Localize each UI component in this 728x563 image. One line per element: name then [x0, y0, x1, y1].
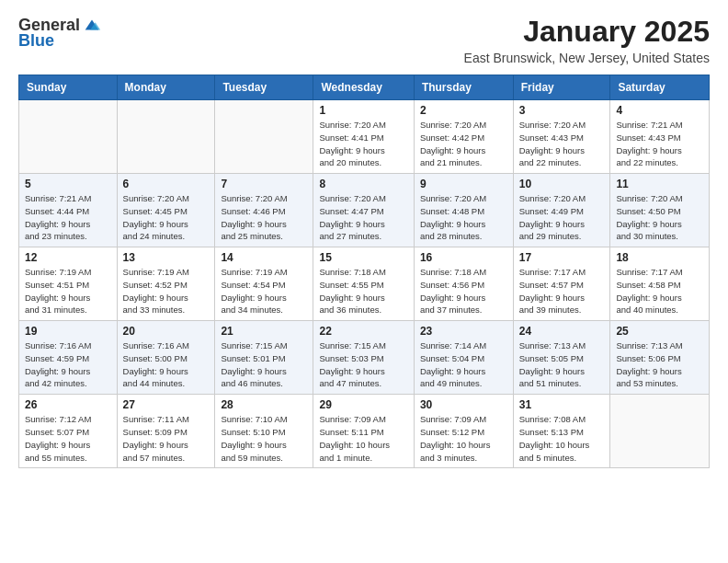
calendar-cell: 28Sunrise: 7:10 AMSunset: 5:10 PMDayligh… [215, 395, 313, 468]
day-info: Sunrise: 7:20 AMSunset: 4:43 PMDaylight:… [519, 119, 605, 169]
calendar-cell: 19Sunrise: 7:16 AMSunset: 4:59 PMDayligh… [19, 321, 118, 395]
week-row-3: 12Sunrise: 7:19 AMSunset: 4:51 PMDayligh… [19, 247, 710, 321]
day-number: 15 [319, 251, 407, 264]
calendar-cell: 10Sunrise: 7:20 AMSunset: 4:49 PMDayligh… [513, 174, 610, 247]
day-number: 19 [25, 325, 111, 338]
day-info: Sunrise: 7:15 AMSunset: 5:03 PMDaylight:… [319, 339, 407, 390]
day-info: Sunrise: 7:21 AMSunset: 4:43 PMDaylight:… [616, 119, 703, 169]
calendar-cell: 8Sunrise: 7:20 AMSunset: 4:47 PMDaylight… [313, 174, 414, 247]
day-info: Sunrise: 7:12 AMSunset: 5:07 PMDaylight:… [25, 413, 111, 464]
weekday-header-friday: Friday [513, 75, 610, 100]
day-info: Sunrise: 7:14 AMSunset: 5:04 PMDaylight:… [420, 339, 507, 390]
calendar-cell: 29Sunrise: 7:09 AMSunset: 5:11 PMDayligh… [313, 395, 414, 468]
calendar-cell: 20Sunrise: 7:16 AMSunset: 5:00 PMDayligh… [117, 321, 215, 395]
calendar-cell: 25Sunrise: 7:13 AMSunset: 5:06 PMDayligh… [610, 321, 710, 395]
week-row-4: 19Sunrise: 7:16 AMSunset: 4:59 PMDayligh… [19, 321, 710, 395]
calendar-cell: 30Sunrise: 7:09 AMSunset: 5:12 PMDayligh… [414, 395, 513, 468]
weekday-header-row: SundayMondayTuesdayWednesdayThursdayFrid… [19, 75, 710, 100]
day-number: 29 [319, 398, 407, 411]
day-number: 22 [319, 325, 407, 338]
location-title: East Brunswick, New Jersey, United State… [464, 51, 710, 65]
weekday-header-sunday: Sunday [19, 75, 118, 100]
day-number: 7 [221, 178, 307, 190]
day-number: 11 [616, 178, 703, 190]
calendar-cell [117, 100, 215, 174]
calendar-table: SundayMondayTuesdayWednesdayThursdayFrid… [18, 75, 710, 468]
day-number: 24 [519, 325, 605, 338]
day-number: 13 [123, 251, 210, 264]
calendar-cell: 16Sunrise: 7:18 AMSunset: 4:56 PMDayligh… [414, 247, 513, 321]
day-info: Sunrise: 7:09 AMSunset: 5:12 PMDaylight:… [420, 413, 507, 464]
calendar-cell [19, 100, 118, 174]
day-number: 23 [420, 325, 507, 338]
calendar-cell: 12Sunrise: 7:19 AMSunset: 4:51 PMDayligh… [19, 247, 118, 321]
day-number: 20 [123, 325, 210, 338]
calendar-page: General Blue January 2025 East Brunswick… [0, 0, 728, 483]
day-number: 26 [25, 398, 111, 411]
day-info: Sunrise: 7:17 AMSunset: 4:58 PMDaylight:… [616, 266, 703, 316]
day-info: Sunrise: 7:21 AMSunset: 4:44 PMDaylight:… [25, 192, 111, 243]
day-number: 21 [221, 325, 307, 338]
day-number: 31 [519, 398, 605, 411]
day-info: Sunrise: 7:20 AMSunset: 4:41 PMDaylight:… [319, 119, 407, 169]
logo: General Blue [18, 15, 102, 51]
calendar-cell: 27Sunrise: 7:11 AMSunset: 5:09 PMDayligh… [117, 395, 215, 468]
calendar-cell: 22Sunrise: 7:15 AMSunset: 5:03 PMDayligh… [313, 321, 414, 395]
day-info: Sunrise: 7:13 AMSunset: 5:06 PMDaylight:… [616, 339, 703, 390]
day-info: Sunrise: 7:20 AMSunset: 4:47 PMDaylight:… [319, 192, 407, 243]
day-info: Sunrise: 7:18 AMSunset: 4:55 PMDaylight:… [319, 266, 407, 316]
calendar-cell: 1Sunrise: 7:20 AMSunset: 4:41 PMDaylight… [313, 100, 414, 174]
day-info: Sunrise: 7:20 AMSunset: 4:42 PMDaylight:… [420, 119, 507, 169]
day-number: 14 [221, 251, 307, 264]
day-number: 5 [25, 178, 111, 190]
week-row-2: 5Sunrise: 7:21 AMSunset: 4:44 PMDaylight… [19, 174, 710, 247]
calendar-cell [215, 100, 313, 174]
calendar-cell: 6Sunrise: 7:20 AMSunset: 4:45 PMDaylight… [117, 174, 215, 247]
day-number: 4 [616, 104, 703, 117]
week-row-5: 26Sunrise: 7:12 AMSunset: 5:07 PMDayligh… [19, 395, 710, 468]
day-number: 1 [319, 104, 407, 117]
logo-icon [82, 15, 102, 35]
calendar-cell: 31Sunrise: 7:08 AMSunset: 5:13 PMDayligh… [513, 395, 610, 468]
month-title: January 2025 [464, 15, 710, 49]
day-info: Sunrise: 7:20 AMSunset: 4:50 PMDaylight:… [616, 192, 703, 243]
day-info: Sunrise: 7:18 AMSunset: 4:56 PMDaylight:… [420, 266, 507, 316]
calendar-cell: 14Sunrise: 7:19 AMSunset: 4:54 PMDayligh… [215, 247, 313, 321]
calendar-cell: 21Sunrise: 7:15 AMSunset: 5:01 PMDayligh… [215, 321, 313, 395]
day-info: Sunrise: 7:09 AMSunset: 5:11 PMDaylight:… [319, 413, 407, 464]
day-number: 6 [123, 178, 210, 190]
day-info: Sunrise: 7:20 AMSunset: 4:49 PMDaylight:… [519, 192, 605, 243]
page-header: General Blue January 2025 East Brunswick… [18, 15, 710, 65]
day-number: 17 [519, 251, 605, 264]
day-info: Sunrise: 7:19 AMSunset: 4:54 PMDaylight:… [221, 266, 307, 316]
weekday-header-wednesday: Wednesday [313, 75, 414, 100]
calendar-cell: 24Sunrise: 7:13 AMSunset: 5:05 PMDayligh… [513, 321, 610, 395]
calendar-cell: 5Sunrise: 7:21 AMSunset: 4:44 PMDaylight… [19, 174, 118, 247]
day-number: 8 [319, 178, 407, 190]
weekday-header-saturday: Saturday [610, 75, 710, 100]
day-number: 3 [519, 104, 605, 117]
day-info: Sunrise: 7:13 AMSunset: 5:05 PMDaylight:… [519, 339, 605, 390]
day-info: Sunrise: 7:20 AMSunset: 4:45 PMDaylight:… [123, 192, 210, 243]
day-info: Sunrise: 7:08 AMSunset: 5:13 PMDaylight:… [519, 413, 605, 464]
day-number: 16 [420, 251, 507, 264]
calendar-cell: 18Sunrise: 7:17 AMSunset: 4:58 PMDayligh… [610, 247, 710, 321]
weekday-header-thursday: Thursday [414, 75, 513, 100]
calendar-cell: 23Sunrise: 7:14 AMSunset: 5:04 PMDayligh… [414, 321, 513, 395]
calendar-cell: 11Sunrise: 7:20 AMSunset: 4:50 PMDayligh… [610, 174, 710, 247]
calendar-cell: 7Sunrise: 7:20 AMSunset: 4:46 PMDaylight… [215, 174, 313, 247]
calendar-cell: 3Sunrise: 7:20 AMSunset: 4:43 PMDaylight… [513, 100, 610, 174]
day-info: Sunrise: 7:20 AMSunset: 4:46 PMDaylight:… [221, 192, 307, 243]
day-number: 12 [25, 251, 111, 264]
day-info: Sunrise: 7:16 AMSunset: 4:59 PMDaylight:… [25, 339, 111, 390]
day-info: Sunrise: 7:19 AMSunset: 4:52 PMDaylight:… [123, 266, 210, 316]
day-info: Sunrise: 7:16 AMSunset: 5:00 PMDaylight:… [123, 339, 210, 390]
day-number: 2 [420, 104, 507, 117]
calendar-cell: 15Sunrise: 7:18 AMSunset: 4:55 PMDayligh… [313, 247, 414, 321]
weekday-header-monday: Monday [117, 75, 215, 100]
day-number: 27 [123, 398, 210, 411]
weekday-header-tuesday: Tuesday [215, 75, 313, 100]
day-number: 28 [221, 398, 307, 411]
day-number: 10 [519, 178, 605, 190]
day-number: 9 [420, 178, 507, 190]
